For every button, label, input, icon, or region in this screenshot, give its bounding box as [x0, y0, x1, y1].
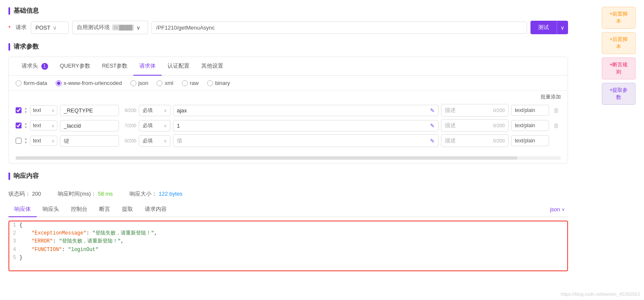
pre-script-btn[interactable]: +前置脚本	[602, 7, 636, 29]
row1-edit-icon[interactable]: ✎	[430, 107, 435, 114]
env-label: 自用测试环境	[77, 24, 110, 31]
row1-down-arrow[interactable]: ▼	[24, 111, 27, 114]
env-arrow: ∨	[136, 25, 141, 31]
status-code: 200	[32, 191, 41, 197]
radio-raw[interactable]: raw	[182, 80, 199, 86]
table-row: ▲ ▼ text ∨ 8/200 必填 ∨	[16, 104, 561, 117]
row2-desc-input[interactable]: 描述 0/200	[441, 119, 509, 132]
radio-binary-circle	[207, 80, 213, 86]
resp-tab-console[interactable]: 控制台	[65, 202, 93, 217]
row1-delete-btn[interactable]: 🗑	[552, 107, 561, 114]
radio-urlencoded[interactable]: x-www-from-urlencoded	[56, 80, 122, 86]
row3-desc-input[interactable]: 描述 0/200	[441, 134, 509, 147]
response-time: 响应时间(ms)： 58 ms	[58, 190, 113, 198]
row1-up-arrow[interactable]: ▲	[24, 107, 27, 110]
resp-tab-headers[interactable]: 响应头	[37, 202, 65, 217]
radio-form-data[interactable]: form-data	[16, 80, 47, 86]
radio-binary[interactable]: binary	[207, 80, 230, 86]
right-sidebar: +前置脚本 +后置脚本 +断言规则 +提取参数	[602, 7, 636, 271]
url-input[interactable]	[152, 22, 527, 34]
tab-body[interactable]: 请求体	[133, 57, 162, 76]
request-params-title: 请求参数	[8, 43, 568, 51]
tab-header[interactable]: 请求头 1	[16, 57, 54, 76]
list-item: 5 }	[9, 254, 567, 262]
row2-type-tag: text/plain	[511, 120, 549, 131]
row3-down-arrow[interactable]: ▼	[24, 141, 27, 145]
row3-value-input[interactable]: 值 ✎	[173, 134, 438, 147]
list-item: 2 "ExceptionMessage": "登陆失败，请重新登陆！",	[9, 229, 567, 237]
time-value: 58 ms	[98, 191, 113, 197]
row2-delete-btn[interactable]: 🗑	[552, 122, 561, 129]
response-size: 响应大小： 122 bytes	[130, 190, 182, 198]
assert-rule-btn[interactable]: +断言规则	[602, 57, 636, 79]
tab-auth[interactable]: 认证配置	[162, 57, 195, 76]
radio-raw-circle	[182, 80, 188, 86]
format-arrow: ∨	[562, 207, 565, 212]
row1-value-input[interactable]: ajax ✎	[173, 105, 438, 116]
row3-checkbox[interactable]	[16, 138, 22, 144]
list-item: 3 "ERROR": "登陆失败，请重新登陆！",	[9, 237, 567, 245]
row2-key-input[interactable]	[60, 120, 119, 131]
test-btn-dropdown[interactable]: ∨	[557, 21, 568, 34]
row3-up-arrow[interactable]: ▲	[24, 137, 27, 141]
method-select[interactable]: POST ∨	[31, 22, 69, 34]
batch-add-link[interactable]: 批量添加	[541, 93, 561, 101]
radio-json[interactable]: json	[130, 80, 149, 86]
json-content: 1 { 2 "ExceptionMessage": "登陆失败，请重新登陆！",…	[8, 221, 568, 271]
row2-required-select[interactable]: 必填 ∨	[139, 120, 170, 131]
row2-checkbox[interactable]	[16, 123, 22, 128]
extract-params-btn[interactable]: +提取参数	[602, 83, 636, 105]
status-label: 状态码： 200	[8, 190, 41, 198]
resp-tab-request[interactable]: 请求内容	[139, 202, 173, 217]
batch-add-row: 批量添加	[9, 91, 568, 102]
content-type-row: form-data x-www-from-urlencoded json	[9, 76, 568, 91]
tab-header-badge: 1	[41, 63, 48, 70]
row3-key-input[interactable]	[60, 135, 119, 147]
radio-json-circle	[130, 80, 136, 86]
row2-down-arrow[interactable]: ▼	[24, 126, 27, 129]
radio-urlencoded-circle	[56, 80, 62, 86]
radio-xml-circle	[157, 80, 162, 86]
basic-info-section: 基础信息 * 请求 POST ∨ 自用测试环境 ht ████ ∨	[8, 7, 568, 34]
row3-edit-icon[interactable]: ✎	[430, 138, 435, 144]
resp-tab-body[interactable]: 响应体	[8, 202, 37, 217]
row3-required-select[interactable]: 必填 ∨	[139, 135, 170, 147]
list-item: 4 "FUNCTION": "loginOut"	[9, 246, 567, 254]
test-btn-group: 测试 ∨	[530, 21, 568, 34]
resp-tab-assert[interactable]: 断言	[93, 202, 116, 217]
params-card: 请求头 1 QUERY参数 REST参数 请求体 认	[8, 57, 568, 164]
env-blur: ht ████	[112, 25, 134, 30]
row3-type-select[interactable]: text ∨	[30, 136, 57, 146]
format-select[interactable]: json ∨	[547, 205, 568, 214]
row2-key-count: 7/200	[122, 123, 136, 128]
row1-type-select[interactable]: text ∨	[30, 105, 57, 115]
tab-query[interactable]: QUERY参数	[54, 57, 96, 76]
row1-required-select[interactable]: 必填 ∨	[139, 105, 170, 116]
response-title: 响应内容	[8, 172, 568, 180]
row1-key-input[interactable]	[60, 105, 119, 116]
row2-up-arrow[interactable]: ▲	[24, 122, 27, 125]
env-select[interactable]: 自用测试环境 ht ████ ∨	[72, 21, 148, 34]
tab-other[interactable]: 其他设置	[195, 57, 229, 76]
param-rows-container: ▲ ▼ text ∨ 8/200 必填 ∨	[9, 102, 568, 153]
radio-form-data-circle	[16, 80, 22, 86]
watermark: https://blog.csdn.net/weixin_45350563	[561, 292, 640, 297]
tab-rest[interactable]: REST参数	[96, 57, 134, 76]
request-row: * 请求 POST ∨ 自用测试环境 ht ████ ∨ 测试 ∨	[8, 21, 568, 34]
horizontal-scrollbar[interactable]	[16, 156, 561, 160]
resp-tab-extract[interactable]: 提取	[116, 202, 139, 217]
table-row: ▲ ▼ text ∨ 0/200 必填 ∨	[16, 134, 561, 147]
post-script-btn[interactable]: +后置脚本	[602, 32, 636, 54]
radio-xml[interactable]: xml	[157, 80, 173, 86]
row1-desc-input[interactable]: 描述 0/200	[441, 104, 509, 117]
response-section: 响应内容 状态码： 200 响应时间(ms)： 58 ms 响应大小： 122 …	[8, 172, 568, 271]
request-params-section: 请求参数 请求头 1 QUERY参数 REST参数	[8, 43, 568, 164]
row1-checkbox[interactable]	[16, 107, 22, 113]
row3-key-count: 0/200	[122, 138, 136, 143]
row2-edit-icon[interactable]: ✎	[430, 123, 435, 129]
row2-value-input[interactable]: 1 ✎	[173, 120, 438, 131]
test-button[interactable]: 测试	[530, 21, 557, 34]
size-value: 122 bytes	[159, 191, 182, 197]
required-asterisk: *	[8, 25, 11, 31]
row2-type-select[interactable]: text ∨	[30, 120, 57, 131]
